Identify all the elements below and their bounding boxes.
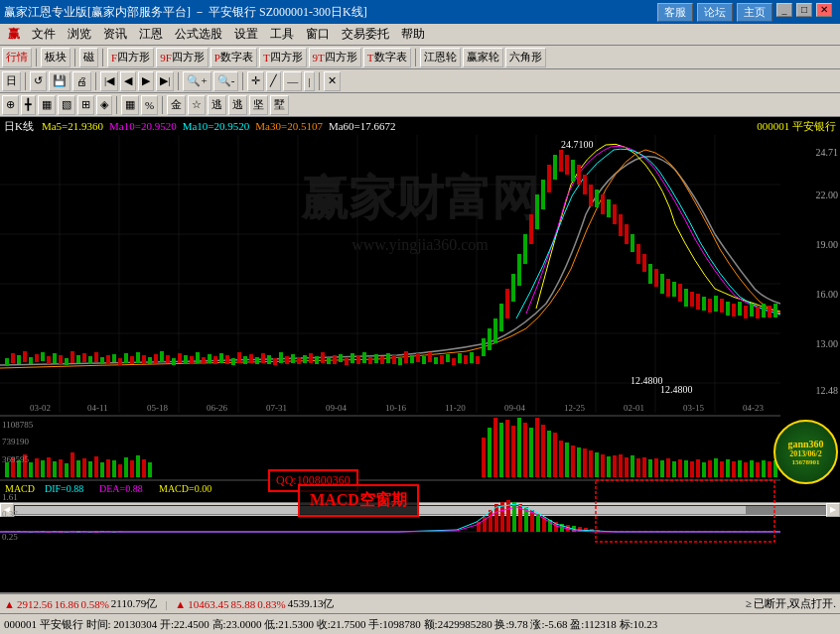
gann-text: gann360 — [787, 439, 823, 449]
tb-tnum[interactable]: T数字表 — [363, 48, 411, 67]
tb-jianen-wheel[interactable]: 江恩轮 — [420, 48, 461, 67]
tb-delete[interactable]: ✕ — [324, 71, 341, 91]
menu-item-file[interactable]: 文件 — [26, 24, 62, 45]
svg-rect-49 — [82, 353, 86, 362]
tb-prev-fast[interactable]: |◀ — [100, 71, 118, 91]
svg-rect-229 — [690, 461, 694, 477]
svg-rect-179 — [65, 463, 69, 477]
tb-9t4[interactable]: 9T四方形 — [309, 48, 361, 67]
svg-rect-215 — [607, 456, 611, 477]
svg-rect-165 — [773, 304, 777, 317]
menu-item-tools[interactable]: 工具 — [264, 24, 300, 45]
titlebar: 赢家江恩专业版[赢家内部服务平台] － 平安银行 SZ000001-300日K线… — [0, 0, 840, 24]
svg-rect-51 — [94, 352, 98, 362]
tb-line[interactable]: ╱ — [266, 71, 281, 91]
tb-draw1[interactable]: ⊕ — [2, 95, 19, 115]
win-maximize[interactable]: □ — [796, 3, 812, 17]
tb-draw2[interactable]: ╋ — [21, 95, 36, 115]
svg-rect-160 — [744, 306, 748, 318]
tb-block[interactable]: 板块 — [41, 48, 70, 67]
tb-tool3[interactable]: 逃 — [208, 95, 226, 115]
svg-rect-205 — [547, 431, 551, 477]
tb-pnum[interactable]: P数字表 — [210, 48, 257, 67]
tb-prev[interactable]: ◀ — [120, 71, 136, 91]
tb-market[interactable]: 行情 — [2, 48, 32, 67]
svg-rect-38 — [17, 355, 21, 364]
menu-item-jianen[interactable]: 江恩 — [133, 24, 169, 45]
tb-percent[interactable]: % — [141, 95, 158, 115]
topbar-btn-service[interactable]: 客服 — [657, 3, 693, 22]
menu-item-view[interactable]: 浏览 — [62, 24, 97, 45]
menu-item-help[interactable]: 帮助 — [395, 24, 431, 45]
menu-item-window[interactable]: 窗口 — [300, 24, 336, 45]
svg-rect-117 — [488, 328, 491, 350]
svg-rect-212 — [589, 450, 593, 477]
menu-item-settings[interactable]: 设置 — [228, 24, 264, 45]
tb-refresh[interactable]: ↺ — [30, 71, 47, 91]
svg-rect-41 — [35, 354, 39, 362]
svg-rect-103 — [404, 351, 408, 363]
svg-rect-164 — [768, 306, 771, 317]
svg-rect-207 — [559, 441, 563, 477]
tb-grid[interactable]: ▦ — [121, 95, 139, 115]
tb-9f4[interactable]: 9F四方形 — [156, 48, 209, 67]
menu-item-win[interactable]: 赢 — [2, 24, 26, 45]
menu-item-news[interactable]: 资讯 — [97, 24, 133, 45]
tb-hline[interactable]: — — [283, 71, 302, 91]
tb-tool2[interactable]: ☆ — [188, 95, 206, 115]
price-tick-4: 13.00 — [816, 338, 839, 349]
tb-winner-wheel[interactable]: 赢家轮 — [463, 48, 503, 67]
tb-next[interactable]: ▶ — [138, 71, 154, 91]
bull-icon-1: ▲ — [4, 598, 15, 610]
win-close[interactable]: ✕ — [816, 3, 832, 17]
tb-tool6[interactable]: 墅 — [270, 95, 289, 115]
tb-tool4[interactable]: 逃 — [228, 95, 247, 115]
tb-hexagon[interactable]: 六角形 — [505, 48, 546, 67]
svg-text:24.7100: 24.7100 — [561, 139, 594, 150]
tb-draw4[interactable]: ▧ — [58, 95, 75, 115]
tb-print[interactable]: 🖨 — [72, 71, 91, 91]
market-extra-2: 4539.13亿 — [288, 596, 335, 611]
menu-item-formula[interactable]: 公式选股 — [169, 24, 228, 45]
svg-text:07-31: 07-31 — [266, 403, 287, 413]
svg-rect-197 — [499, 423, 503, 477]
svg-rect-157 — [726, 302, 730, 316]
svg-rect-203 — [535, 418, 539, 477]
svg-rect-209 — [571, 445, 575, 477]
win-minimize[interactable]: _ — [776, 3, 792, 17]
svg-rect-55 — [118, 358, 122, 365]
menu-item-trade[interactable]: 交易委托 — [336, 24, 395, 45]
svg-rect-144 — [648, 264, 652, 284]
svg-rect-47 — [70, 351, 74, 363]
svg-rect-213 — [595, 452, 599, 477]
svg-rect-223 — [654, 458, 658, 477]
tb-next-fast[interactable]: ▶| — [156, 71, 174, 91]
tb-draw6[interactable]: ◈ — [96, 95, 112, 115]
svg-rect-75 — [237, 352, 241, 363]
tb-draw3[interactable]: ▦ — [38, 95, 56, 115]
tb-zoom-out[interactable]: 🔍- — [213, 71, 239, 91]
topbar-btn-home[interactable]: 主页 — [737, 3, 772, 22]
tb-magnet[interactable]: 磁 — [79, 48, 98, 67]
tb-draw5[interactable]: ⊞ — [77, 95, 94, 115]
tb-zoom-in[interactable]: 🔍+ — [183, 71, 210, 91]
tb-save[interactable]: 💾 — [49, 71, 70, 91]
svg-rect-241 — [762, 460, 766, 477]
svg-text:0.37: 0.37 — [2, 509, 18, 519]
tb-day[interactable]: 日 — [2, 71, 21, 91]
tb-vline[interactable]: | — [304, 71, 314, 91]
topbar-btn-forum[interactable]: 论坛 — [697, 3, 733, 22]
svg-rect-129 — [559, 150, 563, 172]
price-label-mid: 12.4800 — [630, 375, 663, 386]
tb-t4[interactable]: T四方形 — [259, 48, 307, 67]
svg-text:09-04: 09-04 — [504, 403, 525, 413]
scroll-right-btn[interactable]: ▶ — [826, 503, 840, 517]
svg-rect-116 — [482, 338, 486, 356]
tb-cross[interactable]: ✛ — [247, 71, 264, 91]
svg-rect-86 — [303, 355, 307, 363]
sep7 — [178, 72, 179, 90]
tb-f4[interactable]: F四方形 — [107, 48, 154, 67]
tb-tool1[interactable]: 金 — [167, 95, 186, 115]
tb-tool5[interactable]: 坚 — [249, 95, 268, 115]
svg-rect-102 — [398, 358, 402, 365]
